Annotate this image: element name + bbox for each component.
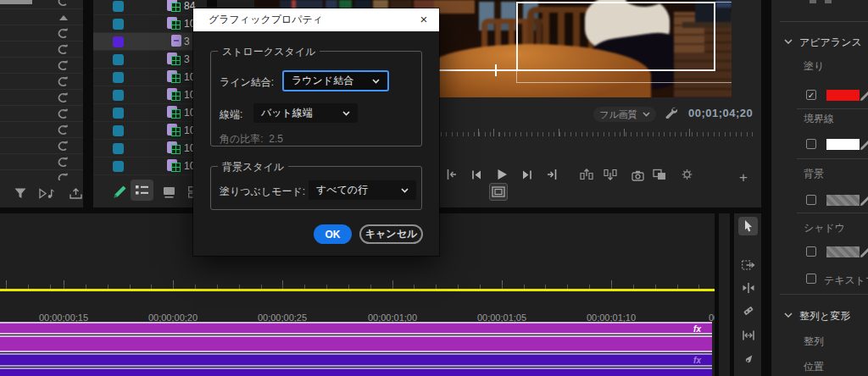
lift-button[interactable] bbox=[578, 168, 595, 181]
stroke-color-swatch[interactable] bbox=[826, 139, 860, 150]
slip-tool[interactable] bbox=[738, 326, 758, 345]
fx-badge[interactable]: fx bbox=[693, 356, 701, 365]
shadow-checkbox[interactable] bbox=[806, 246, 816, 257]
history-row[interactable] bbox=[0, 154, 83, 170]
label-color-chip[interactable] bbox=[113, 72, 124, 83]
label-color-chip[interactable] bbox=[113, 125, 124, 136]
fx-badge[interactable]: fx bbox=[693, 324, 701, 334]
export-frame-button[interactable] bbox=[629, 169, 646, 182]
mask-with-text-checkbox[interactable] bbox=[806, 274, 816, 284]
fill-mode-dropdown[interactable]: すべての行 bbox=[309, 180, 416, 200]
goto-out-button[interactable] bbox=[544, 168, 561, 181]
video-clip-magenta-body[interactable] bbox=[0, 335, 712, 352]
panel-divider[interactable] bbox=[83, 0, 93, 213]
label-color-chip[interactable] bbox=[113, 1, 124, 12]
selection-tool[interactable] bbox=[738, 217, 758, 235]
label-color-chip[interactable] bbox=[113, 143, 124, 154]
list-item-selected[interactable]: 3 bbox=[93, 33, 207, 51]
history-row[interactable] bbox=[0, 170, 83, 180]
export-tray-icon bbox=[70, 188, 82, 199]
label-color-chip[interactable] bbox=[113, 54, 124, 65]
list-item[interactable]: 10 bbox=[93, 158, 207, 175]
list-item[interactable]: 10 bbox=[93, 140, 207, 158]
list-item[interactable]: 10 bbox=[93, 104, 207, 122]
label-color-chip[interactable] bbox=[113, 19, 124, 30]
line-join-dropdown[interactable]: ラウンド結合 bbox=[282, 70, 389, 91]
list-item[interactable]: 3 bbox=[93, 51, 207, 69]
ripple-edit-tool[interactable] bbox=[738, 279, 758, 297]
filter-button[interactable] bbox=[11, 185, 30, 202]
panel-divider[interactable] bbox=[761, 0, 771, 376]
play-audio-button[interactable] bbox=[37, 185, 56, 202]
list-item[interactable]: 10 bbox=[93, 69, 207, 86]
history-row[interactable] bbox=[0, 106, 83, 122]
safe-margins-button[interactable] bbox=[489, 183, 508, 201]
background-color-swatch[interactable] bbox=[826, 195, 860, 206]
ok-button[interactable]: OK bbox=[314, 224, 352, 244]
close-button[interactable]: × bbox=[415, 11, 432, 28]
align-transform-header[interactable]: 整列と変形 bbox=[799, 309, 850, 323]
history-row[interactable] bbox=[0, 41, 83, 58]
history-row[interactable] bbox=[0, 74, 83, 90]
eyedropper-icon[interactable] bbox=[860, 139, 868, 151]
premiere-workspace: 84 10 3 3 10 10 10 10 10 10 bbox=[0, 0, 868, 376]
background-checkbox[interactable] bbox=[806, 195, 816, 205]
chevron-down-icon[interactable] bbox=[784, 39, 793, 44]
playback-quality-dropdown[interactable]: フル画質 bbox=[593, 107, 656, 122]
list-item[interactable]: 10 bbox=[93, 86, 207, 104]
label-color-chip[interactable] bbox=[113, 108, 124, 119]
list-item[interactable]: 84 bbox=[93, 0, 207, 15]
export-button[interactable] bbox=[66, 185, 85, 202]
cancel-button[interactable]: キャンセル bbox=[359, 224, 423, 244]
label-color-chip[interactable] bbox=[113, 36, 124, 47]
fill-color-swatch[interactable] bbox=[826, 90, 860, 101]
list-item[interactable]: 10 bbox=[93, 15, 207, 33]
button-editor-plus[interactable]: + bbox=[736, 169, 751, 186]
eyedropper-icon[interactable] bbox=[860, 246, 868, 258]
thumbnail-view-button[interactable] bbox=[159, 184, 178, 201]
monitor-settings-button[interactable] bbox=[678, 168, 695, 181]
dialog-titlebar[interactable]: グラフィックプロパティ × bbox=[193, 8, 439, 31]
history-row[interactable] bbox=[0, 25, 83, 41]
video-clip-violet-body[interactable] bbox=[0, 368, 712, 376]
video-clip-magenta[interactable]: fx bbox=[0, 322, 712, 335]
video-clip-violet[interactable]: fx bbox=[0, 353, 712, 367]
eyedropper-icon[interactable] bbox=[860, 90, 868, 102]
history-row[interactable] bbox=[0, 90, 83, 106]
history-row[interactable] bbox=[0, 138, 83, 154]
outer-graphic-box[interactable] bbox=[516, 2, 732, 83]
work-area-bar[interactable] bbox=[0, 289, 715, 291]
background-style-legend: 背景スタイル bbox=[218, 160, 288, 174]
list-item[interactable]: 10 bbox=[93, 122, 207, 140]
play-button[interactable] bbox=[493, 168, 510, 181]
pen-tool[interactable] bbox=[738, 351, 758, 369]
history-row[interactable] bbox=[0, 9, 83, 25]
label-color-chip[interactable] bbox=[113, 161, 124, 172]
history-row[interactable] bbox=[0, 58, 83, 74]
step-back-icon bbox=[470, 169, 482, 180]
stroke-checkbox[interactable] bbox=[806, 139, 816, 149]
shadow-color-swatch[interactable] bbox=[826, 246, 860, 257]
comparison-view-button[interactable] bbox=[651, 168, 668, 181]
settings-wrench-button[interactable] bbox=[665, 106, 677, 122]
extract-button[interactable] bbox=[602, 168, 619, 181]
razor-tool[interactable] bbox=[738, 301, 758, 320]
appearance-header[interactable]: アピアランス bbox=[799, 36, 862, 50]
chevron-down-icon[interactable] bbox=[784, 312, 793, 318]
list-view-button[interactable] bbox=[131, 180, 153, 201]
mogrt-icon bbox=[167, 88, 181, 102]
step-back-button[interactable] bbox=[468, 168, 485, 181]
history-row[interactable] bbox=[0, 0, 83, 9]
eyedropper-icon[interactable] bbox=[860, 195, 868, 207]
history-row[interactable] bbox=[0, 122, 83, 138]
edit-button[interactable] bbox=[110, 183, 129, 200]
goto-in-button[interactable] bbox=[442, 168, 459, 181]
fill-checkbox[interactable]: ✓ bbox=[806, 90, 816, 100]
label-color-chip[interactable] bbox=[113, 90, 124, 101]
timecode-display[interactable]: 00;01;04;20 bbox=[688, 107, 753, 119]
step-forward-button[interactable] bbox=[519, 168, 536, 181]
mask-with-text-label: テキストで bbox=[824, 274, 868, 288]
funnel-icon bbox=[14, 188, 26, 199]
track-select-tool[interactable] bbox=[738, 256, 758, 274]
line-cap-dropdown[interactable]: バット線端 bbox=[253, 103, 358, 123]
